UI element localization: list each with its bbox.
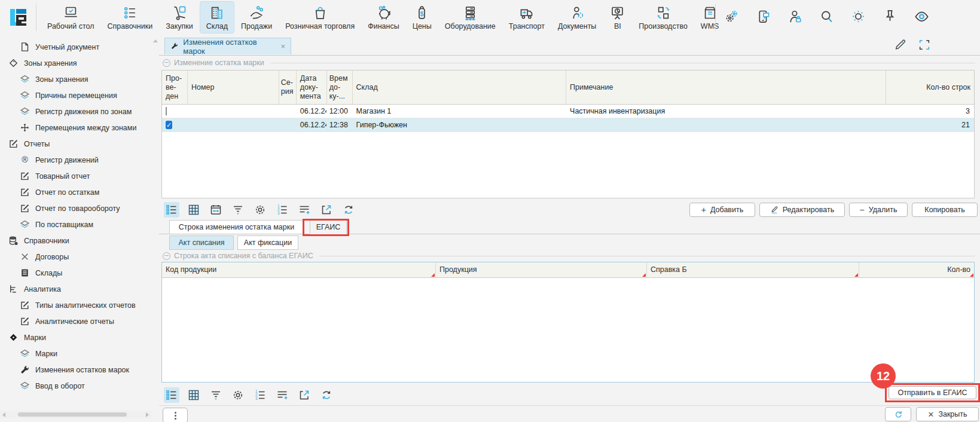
scroll-left-arrow-icon[interactable]: [2, 412, 5, 417]
add-button[interactable]: +Добавить: [689, 203, 755, 217]
open-external-icon[interactable]: [297, 387, 312, 403]
reload-icon[interactable]: [319, 387, 334, 403]
column-header-doc-time[interactable]: Врем до- ку-...: [327, 71, 353, 104]
column-header-quantity[interactable]: Кол-во: [859, 262, 974, 277]
column-header-posted[interactable]: Про- ве- ден: [162, 71, 188, 104]
sidebar-item-analytic-reports[interactable]: Аналитические отчеты: [0, 313, 151, 329]
grid-view-icon[interactable]: [186, 387, 202, 403]
module-production[interactable]: Производство: [632, 1, 694, 33]
numbered-list-icon[interactable]: [252, 387, 268, 403]
module-equipment[interactable]: Оборудование: [438, 1, 502, 33]
copy-button[interactable]: Копировать: [912, 203, 978, 217]
grid-view-icon[interactable]: [186, 202, 202, 218]
tab-write-off-act[interactable]: Акт списания: [169, 236, 234, 250]
column-header-product-code[interactable]: Код продукции: [162, 262, 436, 277]
tab-fixation-act[interactable]: Акт фиксации: [237, 236, 298, 250]
scroll-up-arrow-icon[interactable]: [153, 39, 158, 42]
column-header-number[interactable]: Номер: [188, 71, 279, 104]
tab-mark-balance-changes[interactable]: Изменения остатков марок ×: [164, 38, 291, 54]
tab-egais[interactable]: ЕГАИС: [310, 220, 347, 234]
column-header-product[interactable]: Продукция: [436, 262, 647, 277]
sidebar-horizontal-scrollbar[interactable]: [0, 411, 151, 418]
settings-gear-icon[interactable]: [252, 202, 268, 218]
brightness-icon[interactable]: [850, 8, 866, 25]
module-finance[interactable]: Финансы: [361, 1, 405, 33]
sidebar-group-storage-zones[interactable]: Зоны хранения: [0, 55, 151, 71]
sidebar-item-marks[interactable]: Марки: [0, 345, 151, 362]
posted-checkbox[interactable]: [166, 121, 172, 129]
module-sales[interactable]: Продажи: [234, 1, 279, 33]
module-wms[interactable]: WMS: [694, 1, 726, 33]
sidebar-item-warehouses[interactable]: Склады: [0, 265, 151, 281]
module-transport[interactable]: Транспорт: [502, 1, 551, 33]
collapse-icon[interactable]: [163, 252, 170, 260]
user-lock-icon[interactable]: [787, 8, 803, 25]
sidebar-item-contracts[interactable]: Договоры: [0, 249, 151, 265]
device-chat-icon[interactable]: [755, 8, 771, 25]
list-view-icon[interactable]: [164, 202, 179, 218]
sidebar-item-stock-report[interactable]: Отчет по остаткам: [0, 184, 151, 200]
filter-icon[interactable]: [208, 387, 224, 403]
sidebar-vertical-scrollbar[interactable]: [151, 35, 160, 422]
module-prices[interactable]: Цены: [406, 1, 438, 33]
scrollbar-thumb[interactable]: [18, 412, 127, 417]
settings-gears-icon[interactable]: [723, 8, 740, 25]
sidebar-item-accounting-document[interactable]: Учетный документ: [0, 39, 151, 55]
pin-icon[interactable]: [882, 8, 898, 25]
filter-icon[interactable]: [230, 202, 246, 218]
module-retail[interactable]: Розничная торговля: [279, 1, 361, 33]
settings-gear-icon[interactable]: [230, 387, 246, 403]
reload-icon[interactable]: [341, 202, 356, 218]
sidebar-group-analytics[interactable]: Аналитика: [0, 281, 151, 297]
module-references[interactable]: Справочники: [100, 1, 159, 33]
expand-icon[interactable]: [918, 38, 931, 51]
column-header-line-count[interactable]: Кол-во строк: [886, 71, 974, 104]
module-documents[interactable]: Документы: [551, 1, 603, 33]
add-row-icon[interactable]: [274, 387, 290, 403]
sidebar-item-turnover-report[interactable]: Отчет по товарообороту: [0, 200, 151, 216]
column-header-note[interactable]: Примечание: [566, 71, 886, 104]
column-header-series[interactable]: Се- рия: [279, 71, 297, 104]
open-external-icon[interactable]: [319, 202, 334, 218]
column-header-certificate-b[interactable]: Справка Б: [647, 262, 859, 277]
module-desktop[interactable]: Рабочий стол: [41, 1, 100, 33]
column-header-warehouse[interactable]: Склад: [353, 71, 566, 104]
sidebar-item-movement-reasons[interactable]: Причины перемещения: [0, 87, 151, 103]
sidebar-item-movements-register[interactable]: Регистр движений: [0, 152, 151, 168]
sidebar-group-references[interactable]: Справочники: [0, 233, 151, 249]
calendar-icon[interactable]: [208, 202, 224, 218]
collapse-icon[interactable]: [163, 59, 170, 67]
sidebar-group-marks[interactable]: Марки: [0, 329, 151, 345]
send-to-egais-button[interactable]: Отправить в ЕГАИС: [889, 386, 976, 399]
close-button[interactable]: ✕Закрыть: [916, 407, 979, 421]
delete-button[interactable]: −Удалить: [849, 203, 908, 217]
module-bi[interactable]: BI: [603, 1, 632, 33]
search-icon[interactable]: [819, 8, 835, 25]
refresh-button[interactable]: [885, 407, 911, 421]
scroll-right-arrow-icon[interactable]: [146, 412, 149, 417]
sidebar-item-by-suppliers[interactable]: По поставщикам: [0, 216, 151, 233]
sidebar-group-reports[interactable]: Отчеты: [0, 136, 151, 152]
edit-pencil-icon[interactable]: [894, 38, 907, 51]
module-warehouse[interactable]: Склад: [200, 1, 234, 33]
module-purchases[interactable]: Закупки: [159, 1, 200, 33]
sidebar-item-put-into-circulation[interactable]: Ввод в оборот: [0, 378, 151, 394]
posted-checkbox[interactable]: [166, 107, 167, 115]
sidebar-item-goods-report[interactable]: Товарный отчет: [0, 168, 151, 184]
sidebar-item-storage-zones[interactable]: Зоны хранения: [0, 71, 151, 87]
table-row[interactable]: 06.12.24 12:00 Магазин 1 Частичная инвен…: [162, 105, 974, 118]
tab-mark-balance-change-line[interactable]: Строка изменения остатка марки: [169, 220, 304, 234]
sidebar-item-mark-balance-changes[interactable]: Изменения остатков марок: [0, 362, 151, 378]
sidebar-item-zone-movement-register[interactable]: Регистр движения по зонам: [0, 103, 151, 120]
more-options-button[interactable]: [163, 408, 188, 422]
column-header-doc-date[interactable]: Дата доку- мента: [297, 71, 327, 104]
add-row-icon[interactable]: [297, 202, 312, 218]
table-row-selected[interactable]: 06.12.24 12:38 Гипер-Фьюжен 21: [162, 118, 974, 132]
list-view-icon[interactable]: [164, 387, 179, 403]
sidebar-item-analytic-report-types[interactable]: Типы аналитических отчетов: [0, 297, 151, 313]
tab-close-icon[interactable]: ×: [280, 42, 285, 51]
edit-button[interactable]: Редактировать: [759, 203, 845, 217]
numbered-list-icon[interactable]: [274, 202, 290, 218]
sidebar-item-zone-transfers[interactable]: Перемещения между зонами: [0, 120, 151, 136]
eye-icon[interactable]: [914, 8, 930, 25]
